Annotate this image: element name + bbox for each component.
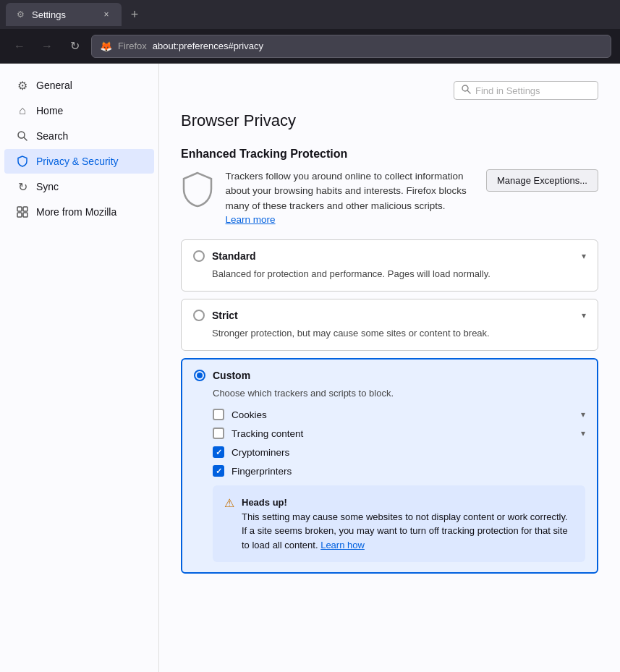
standard-option-label: Standard [212, 250, 574, 262]
sidebar-item-home-label: Home [36, 105, 63, 116]
warning-text: Heads up! This setting may cause some we… [242, 496, 574, 552]
sidebar-item-privacy-label: Privacy & Security [36, 156, 119, 167]
custom-radio[interactable] [194, 370, 205, 381]
strict-option-card[interactable]: Strict ▾ Stronger protection, but may ca… [181, 299, 598, 351]
manage-exceptions-button[interactable]: Manage Exceptions... [486, 169, 598, 192]
svg-line-7 [467, 90, 470, 93]
shield-icon [181, 172, 214, 207]
cookies-checkbox[interactable] [213, 409, 224, 420]
svg-rect-2 [17, 207, 22, 211]
warning-title: Heads up! [242, 497, 287, 508]
find-settings-input-wrap[interactable] [454, 81, 598, 100]
warning-learn-link[interactable]: Learn how [320, 540, 365, 550]
refresh-button[interactable]: ↻ [64, 35, 85, 57]
tracking-content-label: Tracking content [232, 428, 574, 439]
mozilla-icon [16, 205, 29, 218]
back-button[interactable]: ← [9, 35, 30, 57]
page-title: Browser Privacy [181, 111, 598, 130]
sidebar: ⚙ General ⌂ Home Search Privacy & Securi… [0, 64, 159, 672]
tracking-content-check-row: Tracking content ▾ [213, 428, 585, 439]
find-settings-input[interactable] [475, 85, 590, 96]
standard-option-card[interactable]: Standard ▾ Balanced for protection and p… [181, 239, 598, 292]
sidebar-item-privacy-security[interactable]: Privacy & Security [4, 149, 154, 174]
etp-header: Trackers follow you around online to col… [181, 169, 598, 225]
cookies-expand-icon: ▾ [581, 409, 585, 420]
sidebar-item-more-from-mozilla[interactable]: More from Mozilla [4, 200, 154, 224]
titlebar: ⚙ Settings × + [0, 0, 620, 29]
fingerprinters-label: Fingerprinters [232, 466, 585, 477]
new-tab-button[interactable]: + [124, 4, 145, 25]
cryptominers-checkbox[interactable] [213, 446, 224, 458]
etp-description-wrap: Trackers follow you around online to col… [226, 169, 486, 225]
sidebar-item-mozilla-label: More from Mozilla [36, 206, 116, 218]
sidebar-item-search-label: Search [36, 130, 68, 142]
standard-radio[interactable] [193, 250, 205, 262]
firefox-logo-icon: 🦊 [99, 40, 112, 53]
general-icon: ⚙ [16, 79, 29, 92]
warning-box: ⚠ Heads up! This setting may cause some … [213, 485, 585, 562]
privacy-security-icon [16, 155, 29, 168]
main-layout: ⚙ General ⌂ Home Search Privacy & Securi… [0, 64, 620, 672]
fingerprinters-check-row: Fingerprinters [213, 465, 585, 477]
navbar: ← → ↻ 🦊 Firefox about:preferences#privac… [0, 29, 620, 64]
sidebar-item-general-label: General [36, 80, 72, 91]
standard-expand-icon: ▾ [582, 251, 586, 261]
cryptominers-label: Cryptominers [232, 447, 585, 458]
fingerprinters-checkbox[interactable] [213, 465, 224, 477]
content-area: Browser Privacy Enhanced Tracking Protec… [159, 64, 620, 672]
warning-body: This setting may cause some websites to … [242, 511, 568, 550]
etp-section-title: Enhanced Tracking Protection [181, 148, 598, 161]
sync-icon: ↻ [16, 180, 29, 193]
custom-option-label: Custom [213, 370, 585, 381]
etp-description: Trackers follow you around online to col… [226, 169, 486, 213]
sidebar-item-search[interactable]: Search [4, 124, 154, 148]
address-text: about:preferences#privacy [153, 41, 263, 51]
svg-rect-5 [23, 213, 27, 217]
tracking-content-expand-icon: ▾ [581, 428, 585, 438]
custom-option-description: Choose which trackers and scripts to blo… [213, 387, 585, 400]
cookies-label: Cookies [232, 409, 574, 420]
forward-button[interactable]: → [36, 35, 58, 57]
svg-rect-4 [17, 213, 22, 217]
standard-option-description: Balanced for protection and performance.… [212, 268, 586, 281]
svg-line-1 [24, 137, 27, 140]
sidebar-item-home[interactable]: ⌂ Home [4, 98, 154, 123]
settings-tab[interactable]: ⚙ Settings × [6, 3, 122, 26]
sidebar-item-general[interactable]: ⚙ General [4, 73, 154, 98]
svg-rect-3 [23, 207, 27, 211]
home-icon: ⌂ [16, 104, 29, 117]
strict-option-description: Stronger protection, but may cause some … [212, 327, 586, 340]
search-icon [16, 129, 29, 143]
standard-option-header: Standard ▾ [193, 250, 586, 262]
address-brand: Firefox [118, 41, 147, 51]
cookies-check-row: Cookies ▾ [213, 409, 585, 420]
sidebar-item-sync[interactable]: ↻ Sync [4, 174, 154, 199]
custom-option-card[interactable]: Custom Choose which trackers and scripts… [181, 358, 598, 574]
strict-option-label: Strict [212, 310, 574, 321]
tab-close-button[interactable]: × [100, 8, 113, 21]
etp-learn-more-link[interactable]: Learn more [226, 214, 276, 225]
warning-icon: ⚠ [224, 496, 234, 510]
sidebar-item-sync-label: Sync [36, 181, 59, 192]
address-bar[interactable]: 🦊 Firefox about:preferences#privacy [91, 35, 611, 58]
custom-option-header: Custom [194, 370, 585, 381]
custom-checks: Cookies ▾ Tracking content ▾ Cryptominer… [213, 409, 585, 562]
cryptominers-check-row: Cryptominers [213, 446, 585, 458]
strict-radio[interactable] [193, 310, 205, 321]
tab-title: Settings [32, 9, 94, 20]
tab-settings-icon: ⚙ [14, 9, 26, 20]
strict-option-header: Strict ▾ [193, 310, 586, 321]
find-settings-search-icon [462, 85, 471, 96]
etp-left: Trackers follow you around online to col… [181, 169, 486, 225]
tracking-content-checkbox[interactable] [213, 428, 224, 439]
strict-expand-icon: ▾ [582, 310, 586, 320]
